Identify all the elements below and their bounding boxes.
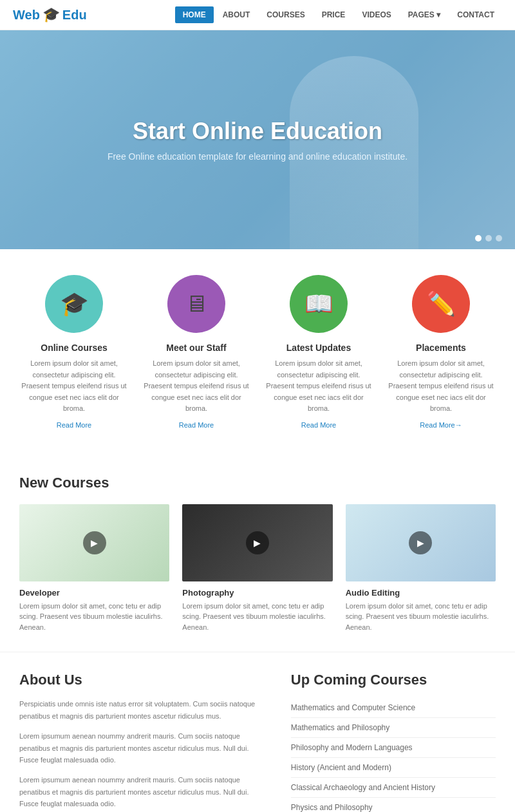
- nav-item-contact[interactable]: CONTACT: [449, 6, 502, 23]
- nav-item-pages[interactable]: PAGES ▾: [400, 6, 448, 23]
- upcoming-item-3[interactable]: History (Ancient and Modern): [291, 758, 496, 778]
- feature-text-2: Lorem ipsum dolor sit amet, consectetur …: [264, 358, 373, 415]
- about-col: About Us Perspiciatis unde omnis iste na…: [19, 672, 265, 812]
- course-title-2: Audio Editing: [346, 588, 496, 598]
- course-text-2: Lorem ipsum dolor sit amet, conc tetu er…: [346, 601, 496, 633]
- course-card-1: ▶ Photography Lorem ipsum dolor sit amet…: [182, 504, 332, 633]
- logo-text-edu: Edu: [62, 8, 87, 23]
- course-thumb-0[interactable]: ▶: [19, 504, 169, 581]
- feature-title-3: Placements: [386, 343, 496, 353]
- feature-3: ✏️ Placements Lorem ipsum dolor sit amet…: [386, 275, 496, 430]
- nav-item-videos[interactable]: VIDEOS: [354, 6, 398, 23]
- nav-item-home[interactable]: HOME: [175, 6, 214, 23]
- upcoming-col: Up Coming Courses Mathematics and Comput…: [291, 672, 496, 812]
- dot-3[interactable]: [496, 235, 502, 241]
- course-thumb-2[interactable]: ▶: [346, 504, 496, 581]
- play-button-1[interactable]: ▶: [246, 531, 269, 554]
- upcoming-item-2[interactable]: Philosophy and Modern Languages: [291, 738, 496, 758]
- course-text-1: Lorem ipsum dolor sit amet, conc tetu er…: [182, 601, 332, 633]
- upcoming-list: Mathematics and Computer ScienceMathemat…: [291, 698, 496, 812]
- feature-title-1: Meet our Staff: [142, 343, 251, 353]
- upcoming-item-0[interactable]: Mathematics and Computer Science: [291, 698, 496, 718]
- feature-icon-2: 📖: [290, 275, 348, 333]
- features-section: 🎓 Online Courses Lorem ipsum dolor sit a…: [0, 249, 515, 455]
- upcoming-item-5[interactable]: Physics and Philosophy: [291, 798, 496, 812]
- feature-link-3[interactable]: Read More→: [420, 421, 462, 429]
- upcoming-item-4[interactable]: Classical Archaeology and Ancient Histor…: [291, 778, 496, 798]
- feature-0: 🎓 Online Courses Lorem ipsum dolor sit a…: [19, 275, 129, 430]
- course-card-0: ▶ Developer Lorem ipsum dolor sit amet, …: [19, 504, 169, 633]
- feature-link-0[interactable]: Read More: [57, 421, 91, 429]
- nav-item-courses[interactable]: COURSES: [259, 6, 312, 23]
- hero-dots: [475, 235, 502, 241]
- dot-2[interactable]: [485, 235, 492, 241]
- feature-icon-0: 🎓: [45, 275, 103, 333]
- upcoming-item-1[interactable]: Mathematics and Philosophy: [291, 718, 496, 738]
- play-button-2[interactable]: ▶: [409, 531, 432, 554]
- nav-links: HOMEABOUTCOURSESPRICEVIDEOSPAGES ▾CONTAC…: [175, 6, 502, 23]
- new-courses-title: New Courses: [19, 475, 496, 491]
- upcoming-title: Up Coming Courses: [291, 672, 496, 688]
- feature-1: 🖥 Meet our Staff Lorem ipsum dolor sit a…: [142, 275, 251, 430]
- nav-item-price[interactable]: PRICE: [314, 6, 353, 23]
- new-courses-section: New Courses ▶ Developer Lorem ipsum dolo…: [0, 455, 515, 652]
- feature-2: 📖 Latest Updates Lorem ipsum dolor sit a…: [264, 275, 373, 430]
- feature-text-3: Lorem ipsum dolor sit amet, consectetur …: [386, 358, 496, 415]
- feature-link-1[interactable]: Read More: [179, 421, 214, 429]
- play-button-0[interactable]: ▶: [83, 531, 106, 554]
- logo-icon: 🎓: [42, 6, 60, 23]
- about-upcoming-section: About Us Perspiciatis unde omnis iste na…: [0, 652, 515, 812]
- feature-text-0: Lorem ipsum dolor sit amet, consectetur …: [19, 358, 129, 415]
- hero-section: Start Online Education Free Online educa…: [0, 30, 515, 249]
- navbar: Web 🎓 Edu HOMEABOUTCOURSESPRICEVIDEOSPAG…: [0, 0, 515, 30]
- about-para-1: Perspiciatis unde omnis iste natus error…: [19, 698, 265, 722]
- feature-title-2: Latest Updates: [264, 343, 373, 353]
- about-para-3: Lorem ipsumum aenean noummy andrerit mau…: [19, 774, 265, 810]
- feature-icon-1: 🖥: [167, 275, 225, 333]
- logo[interactable]: Web 🎓 Edu: [13, 6, 87, 23]
- logo-text-web: Web: [13, 8, 40, 23]
- course-thumb-1[interactable]: ▶: [182, 504, 332, 581]
- hero-content: Start Online Education Free Online educa…: [108, 118, 407, 162]
- feature-title-0: Online Courses: [19, 343, 129, 353]
- course-title-1: Photography: [182, 588, 332, 598]
- courses-grid: ▶ Developer Lorem ipsum dolor sit amet, …: [19, 504, 496, 633]
- nav-item-about[interactable]: ABOUT: [215, 6, 258, 23]
- about-title: About Us: [19, 672, 265, 688]
- feature-text-1: Lorem ipsum dolor sit amet, consectetur …: [142, 358, 251, 415]
- dot-1[interactable]: [475, 235, 482, 241]
- course-title-0: Developer: [19, 588, 169, 598]
- feature-icon-3: ✏️: [412, 275, 470, 333]
- course-card-2: ▶ Audio Editing Lorem ipsum dolor sit am…: [346, 504, 496, 633]
- hero-title: Start Online Education: [108, 118, 407, 145]
- course-text-0: Lorem ipsum dolor sit amet, conc tetu er…: [19, 601, 169, 633]
- hero-subtitle: Free Online education template for elear…: [108, 151, 407, 162]
- feature-link-2[interactable]: Read More: [301, 421, 336, 429]
- about-para-2: Lorem ipsumum aenean noummy andrerit mau…: [19, 730, 265, 766]
